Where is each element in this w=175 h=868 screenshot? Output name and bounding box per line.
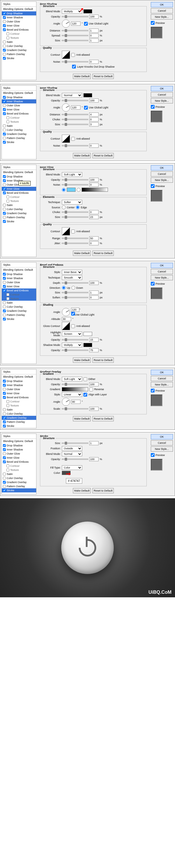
cancel-button[interactable]: Cancel [151,440,173,445]
global-light-check[interactable] [71,312,75,315]
antialias-check[interactable] [71,137,75,141]
blend-mode-select[interactable]: Normal [62,452,82,456]
style-gradient-overlay[interactable]: Gradient Overlay [2,480,36,484]
style-gradient-overlay[interactable]: Gradient Overlay [2,48,36,52]
checkbox[interactable] [3,28,6,31]
new-style-button[interactable]: New Style... [151,178,173,183]
size-input[interactable] [89,38,98,42]
checkbox[interactable] [3,141,6,144]
blending-options[interactable]: Blending Options: Default [2,268,36,272]
opacity-slider[interactable] [62,459,88,460]
opacity-input[interactable] [89,457,98,461]
opacity-input[interactable] [89,382,98,386]
checkbox[interactable] [3,489,6,492]
opacity-slider[interactable] [62,100,88,101]
style-stroke[interactable]: Stroke [2,56,36,60]
make-default-button[interactable]: Make Default [73,153,91,158]
style-pattern-overlay[interactable]: Pattern Overlay [2,420,36,424]
checkbox[interactable] [3,309,6,312]
checkbox[interactable] [3,16,6,19]
ok-button[interactable]: OK [151,2,173,7]
checkbox[interactable] [6,400,9,403]
checkbox[interactable] [6,464,9,467]
reset-default-button[interactable]: Reset to Default [92,153,114,158]
distance-input[interactable] [89,113,98,117]
style-contour[interactable]: Contour [2,292,36,297]
make-default-button[interactable]: Make Default [73,74,91,79]
opacity-input[interactable] [89,14,98,19]
gradient-picker[interactable] [82,188,108,192]
style-stroke[interactable]: Stroke [2,219,36,223]
depth-slider[interactable] [62,282,88,283]
edge-radio[interactable] [76,206,80,209]
style-pattern-overlay[interactable]: Pattern Overlay [2,136,36,140]
checkbox[interactable] [3,24,6,27]
style-outer-glow[interactable]: Outer Glow [2,387,36,391]
checkbox[interactable] [3,408,6,411]
size-input[interactable] [89,215,98,219]
checkbox[interactable] [3,301,6,304]
size-slider[interactable] [62,124,88,125]
contour-picker[interactable] [62,51,70,59]
style-texture[interactable]: Texture [2,36,36,40]
preview-check[interactable] [151,389,154,393]
style-pattern-overlay[interactable]: Pattern Overlay [2,215,36,219]
distance-slider[interactable] [62,30,88,31]
make-default-button[interactable]: Make Default [73,488,91,493]
checkbox[interactable] [3,477,6,479]
ok-button[interactable]: OK [151,86,173,91]
style-satin[interactable]: Satin [2,408,36,412]
highlight-color[interactable] [83,332,92,336]
style-satin[interactable]: Satin [2,472,36,476]
checkbox[interactable] [3,57,6,60]
s-opacity-input[interactable] [89,348,98,352]
checkbox[interactable] [3,313,6,316]
spread-input[interactable] [89,33,98,38]
new-style-button[interactable]: New Style... [151,275,173,280]
noise-input[interactable] [89,183,98,187]
checkbox[interactable] [3,108,6,111]
style-stroke[interactable]: Stroke [2,424,36,428]
style-select[interactable]: Inner Bevel [62,270,82,275]
checkbox[interactable] [3,396,6,399]
opacity-slider[interactable] [62,179,88,180]
size-slider[interactable] [62,40,88,41]
style-color-overlay[interactable]: Color Overlay [2,412,36,416]
style-inner-glow[interactable]: Inner Glow [2,187,36,191]
range-slider[interactable] [62,238,88,239]
new-style-button[interactable]: New Style... [151,446,173,452]
checkbox[interactable] [3,318,6,320]
center-radio[interactable] [62,206,66,209]
distance-slider[interactable] [62,114,88,115]
antialias-check[interactable] [71,324,75,328]
style-texture[interactable]: Texture [2,404,36,408]
blending-options[interactable]: Blending Options: Default [2,7,36,11]
style-inner-shadow[interactable]: Inner Shadow [2,99,36,103]
angle-dial[interactable] [62,398,70,406]
style-stroke[interactable]: Stroke [2,317,36,321]
style-drop-shadow[interactable]: Drop Shadow [2,443,36,447]
size-slider[interactable] [62,292,88,293]
position-select[interactable]: Outside [62,446,82,451]
checkbox[interactable] [3,49,6,52]
style-gradient-overlay[interactable]: Gradient Overlay [2,211,36,215]
opacity-slider[interactable] [62,384,88,385]
contour-picker[interactable] [62,227,70,236]
checkbox[interactable] [3,285,6,288]
style-drop-shadow[interactable]: Drop Shadow [2,272,36,276]
checkbox[interactable] [6,404,9,407]
antialias-check[interactable] [71,229,75,234]
color-swatch[interactable] [83,93,92,97]
checkbox[interactable] [3,183,6,186]
style-drop-shadow[interactable]: Drop Shadow [2,379,36,383]
checkbox[interactable] [3,456,6,459]
checkbox[interactable] [6,199,9,203]
jitter-slider[interactable] [62,243,88,244]
checkbox[interactable] [3,100,6,103]
noise-slider[interactable] [62,184,88,185]
checkbox[interactable] [3,444,6,447]
style-stroke[interactable]: Stroke [2,488,36,492]
checkbox[interactable] [3,204,6,207]
style-contour[interactable]: Contour [2,32,36,36]
checkbox[interactable] [3,473,6,475]
